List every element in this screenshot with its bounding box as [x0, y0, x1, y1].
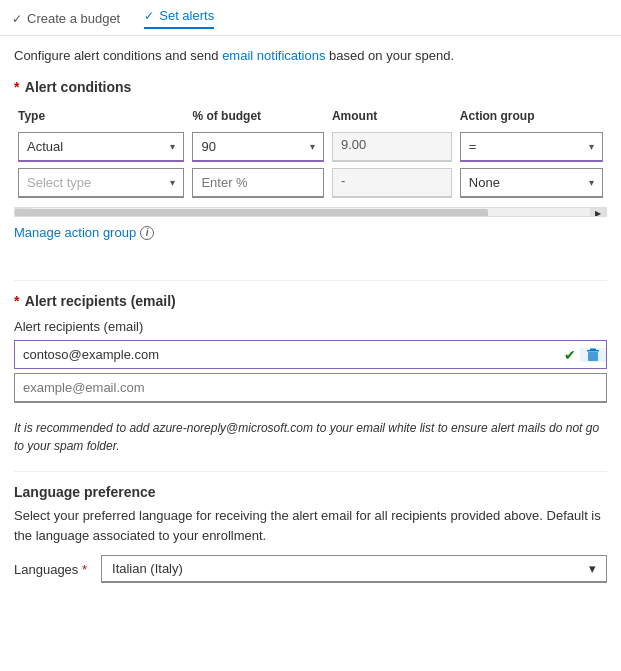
- email-notifications-link[interactable]: email notifications: [222, 48, 325, 63]
- chevron-down-icon: ▾: [589, 177, 594, 188]
- chevron-down-icon: ▾: [170, 141, 175, 152]
- horizontal-scrollbar[interactable]: ◀ ▶: [14, 207, 607, 217]
- svg-rect-0: [587, 350, 599, 352]
- email-input-filled-row: ✔: [14, 340, 607, 369]
- amount-value-row2: -: [332, 168, 452, 198]
- pct-dropdown-row1[interactable]: 90 ▾: [192, 132, 324, 162]
- language-row: Languages * Italian (Italy) ▾: [14, 555, 607, 583]
- checkmark-icon: ✓: [12, 12, 22, 26]
- required-star-lang: *: [82, 562, 87, 577]
- chevron-down-icon: ▾: [170, 177, 175, 188]
- table-row: Actual ▾ 90 ▾ 9.00: [14, 129, 607, 165]
- step-set-alerts[interactable]: ✓ Set alerts: [144, 8, 214, 29]
- step-set-alerts-label: Set alerts: [159, 8, 214, 23]
- conditions-table: Type % of budget Amount Action group Act…: [14, 105, 607, 201]
- col-header-type: Type: [14, 105, 188, 129]
- action-group-value-row2: None: [469, 175, 500, 190]
- manage-action-group-label: Manage action group: [14, 225, 136, 240]
- action-group-value-row1: =: [469, 139, 477, 154]
- email-input-filled[interactable]: [15, 341, 560, 368]
- languages-label: Languages *: [14, 562, 89, 577]
- main-content: Configure alert conditions and send emai…: [0, 36, 621, 595]
- col-header-action-group: Action group: [456, 105, 607, 129]
- languages-dropdown[interactable]: Italian (Italy) ▾: [101, 555, 607, 583]
- type-value-row1: Actual: [27, 139, 63, 154]
- chevron-down-icon: ▾: [589, 141, 594, 152]
- svg-rect-2: [588, 352, 598, 361]
- chevron-down-icon-lang: ▾: [589, 561, 596, 576]
- scroll-right-arrow[interactable]: ▶: [590, 208, 606, 217]
- col-header-amount: Amount: [328, 105, 456, 129]
- svg-rect-1: [590, 348, 596, 350]
- alert-conditions-title: * Alert conditions: [14, 79, 607, 95]
- scrollbar-thumb[interactable]: [15, 209, 488, 217]
- alert-recipients-sub-label: Alert recipients (email): [14, 319, 607, 334]
- table-row: Select type ▾ - None ▾: [14, 165, 607, 201]
- steps-bar: ✓ Create a budget ✓ Set alerts: [0, 0, 621, 36]
- italic-info-text: It is recommended to add azure-noreply@m…: [14, 419, 607, 455]
- language-preference-title: Language preference: [14, 484, 607, 500]
- language-value: Italian (Italy): [112, 561, 183, 576]
- step-create-budget[interactable]: ✓ Create a budget: [12, 11, 120, 26]
- action-group-dropdown-row2[interactable]: None ▾: [460, 168, 603, 198]
- language-preference-section: Language preference Select your preferre…: [14, 484, 607, 583]
- required-star: *: [14, 79, 19, 95]
- email-input-placeholder[interactable]: [14, 373, 607, 403]
- pct-input-row2[interactable]: [192, 168, 324, 198]
- divider-2: [14, 471, 607, 472]
- manage-action-group-link[interactable]: Manage action group i: [14, 225, 154, 240]
- checkmark-icon-active: ✓: [144, 9, 154, 23]
- alert-recipients-section: * Alert recipients (email) Alert recipie…: [14, 293, 607, 403]
- type-placeholder-row2: Select type: [27, 175, 91, 190]
- pct-value-row1: 90: [201, 139, 215, 154]
- required-star-recipients: *: [14, 293, 19, 309]
- chevron-down-icon: ▾: [310, 141, 315, 152]
- type-dropdown-row2[interactable]: Select type ▾: [18, 168, 184, 198]
- action-group-dropdown-row1[interactable]: = ▾: [460, 132, 603, 162]
- col-header-pct: % of budget: [188, 105, 328, 129]
- amount-value-row1: 9.00: [332, 132, 452, 162]
- language-preference-description: Select your preferred language for recei…: [14, 506, 607, 545]
- info-text: Configure alert conditions and send emai…: [14, 48, 607, 63]
- info-icon: i: [140, 226, 154, 240]
- manage-action-group-container: Manage action group i: [14, 225, 607, 260]
- type-dropdown-row1[interactable]: Actual ▾: [18, 132, 184, 162]
- email-check-icon: ✔: [560, 347, 580, 363]
- step-create-budget-label: Create a budget: [27, 11, 120, 26]
- email-delete-button[interactable]: [580, 348, 606, 362]
- alert-recipients-title: * Alert recipients (email): [14, 293, 607, 309]
- alert-conditions-section: * Alert conditions Type % of budget Amou…: [14, 79, 607, 217]
- divider: [14, 280, 607, 281]
